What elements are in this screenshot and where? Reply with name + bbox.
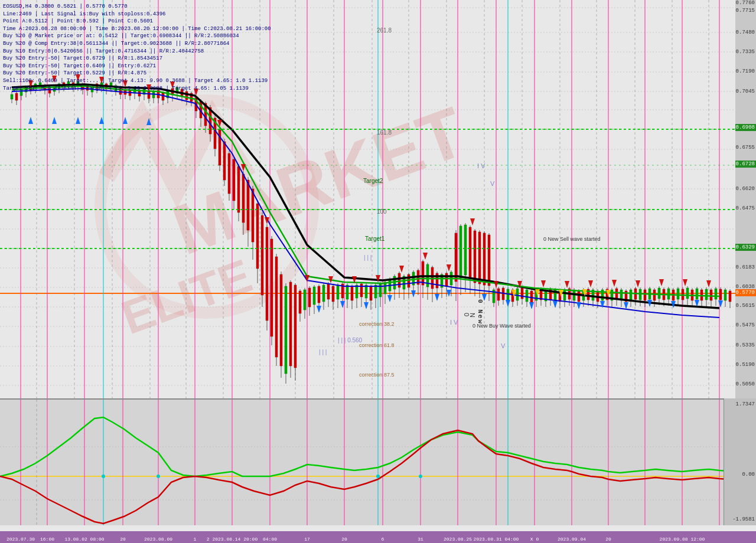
svg-rect-290 [526, 290, 528, 302]
svg-rect-172 [247, 180, 249, 230]
price-05615: 0.5615 [736, 303, 755, 309]
svg-point-486 [157, 475, 160, 478]
svg-text:correction 38.2: correction 38.2 [359, 321, 395, 327]
svg-rect-174 [252, 189, 254, 242]
svg-rect-130 [148, 91, 150, 99]
svg-text:correction 61.8: correction 61.8 [359, 342, 395, 348]
svg-rect-274 [488, 235, 490, 286]
svg-rect-264 [464, 225, 467, 275]
indicator-svg [0, 400, 735, 525]
svg-rect-236 [398, 273, 400, 287]
svg-rect-358 [686, 288, 689, 299]
svg-rect-164 [228, 153, 230, 194]
main-chart: MARKET ELITE [0, 0, 735, 398]
indicator-panel: Profit-Signal | Modified By FSI:2 0.0462… [0, 398, 735, 525]
time-axis: 2023.07.30 16:00 13.08.02 08:00 20 2023.… [0, 531, 756, 543]
svg-rect-286 [516, 289, 519, 300]
time-5: 2023.08.09 [144, 537, 172, 542]
svg-rect-376 [729, 291, 731, 302]
svg-rect-268 [474, 231, 476, 283]
svg-rect-224 [370, 286, 372, 300]
price-07760: 0.7760 [736, 0, 755, 6]
svg-rect-208 [332, 286, 334, 302]
time-2: 16:00 [40, 537, 54, 542]
svg-rect-146 [185, 91, 188, 100]
svg-rect-292 [530, 291, 533, 303]
time-15: X 0 [530, 537, 539, 542]
svg-text:161.8: 161.8 [377, 129, 392, 136]
svg-text:0 New Sell wave started: 0 New Sell wave started [543, 236, 601, 242]
time-17: 20 [605, 537, 611, 542]
svg-rect-168 [237, 166, 240, 212]
time-18: 2023.09.08 12:00 [660, 537, 705, 542]
zero-new-badge: 0 New [465, 293, 495, 331]
svg-rect-180 [266, 227, 268, 320]
svg-rect-74 [15, 93, 18, 100]
svg-text:| | |: | | | [364, 254, 372, 261]
svg-rect-374 [724, 290, 726, 300]
svg-rect-312 [578, 291, 580, 302]
svg-rect-136 [162, 93, 164, 100]
svg-rect-344 [653, 290, 656, 300]
price-06475: 0.6475 [736, 205, 755, 211]
price-07715: 0.7715 [736, 8, 755, 14]
svg-rect-170 [242, 174, 245, 223]
svg-point-487 [376, 475, 380, 478]
svg-rect-246 [422, 261, 424, 285]
svg-rect-457 [0, 400, 735, 525]
svg-text:I V: I V [477, 162, 485, 169]
time-4: 20 [120, 537, 126, 542]
chart-container: MARKET ELITE [0, 0, 756, 543]
time-12: 31 [418, 537, 423, 542]
svg-rect-368 [710, 290, 712, 300]
svg-rect-270 [478, 232, 481, 284]
svg-rect-192 [294, 285, 296, 368]
time-14: 2023.08.31 04:00 [474, 537, 519, 542]
svg-rect-366 [705, 289, 708, 300]
time-9: 17 [304, 537, 310, 542]
svg-point-485 [102, 475, 105, 478]
price-06183: 0.6183 [736, 264, 755, 270]
ind-level-low: -1.9581 [732, 516, 755, 522]
svg-rect-72 [11, 94, 13, 99]
svg-rect-354 [677, 289, 679, 299]
svg-rect-214 [346, 285, 348, 299]
price-06620: 0.6620 [736, 186, 755, 192]
price-05475: 0.5475 [736, 322, 755, 328]
svg-rect-218 [356, 285, 358, 298]
svg-rect-306 [563, 290, 566, 300]
svg-rect-188 [285, 286, 287, 374]
svg-text:261.8: 261.8 [377, 27, 392, 34]
svg-text:| | |: | | | [319, 349, 327, 355]
ind-level-high: 1.7347 [736, 401, 755, 407]
svg-rect-288 [521, 288, 523, 299]
svg-rect-162 [223, 142, 226, 180]
svg-rect-216 [351, 286, 353, 300]
svg-rect-206 [327, 284, 330, 299]
svg-text:Target2: Target2 [363, 178, 383, 184]
svg-rect-266 [469, 227, 471, 278]
svg-rect-178 [261, 215, 263, 295]
svg-rect-272 [483, 233, 485, 285]
price-07480: 0.7480 [736, 30, 755, 35]
svg-rect-230 [384, 282, 386, 294]
svg-text:I V: I V [450, 319, 458, 326]
svg-point-488 [419, 475, 422, 478]
svg-rect-200 [313, 287, 315, 305]
svg-rect-362 [696, 289, 698, 299]
svg-rect-262 [460, 226, 462, 278]
svg-rect-186 [280, 274, 282, 366]
time-16: 2023.09.04 [558, 537, 586, 542]
time-13: 2023.08.25 [444, 537, 472, 542]
price-05335: 0.5335 [736, 342, 755, 348]
svg-rect-370 [715, 289, 717, 299]
price-05050: 0.5050 [736, 381, 755, 387]
price-07190: 0.7190 [736, 68, 755, 74]
svg-rect-210 [337, 285, 339, 299]
svg-rect-338 [639, 289, 641, 300]
price-07335: 0.7335 [736, 49, 755, 55]
indicator-axis: 1.7347 0.00 -1.9581 [724, 398, 756, 525]
time-11: 6 [382, 537, 384, 542]
svg-rect-346 [658, 288, 660, 299]
svg-rect-204 [322, 285, 325, 302]
